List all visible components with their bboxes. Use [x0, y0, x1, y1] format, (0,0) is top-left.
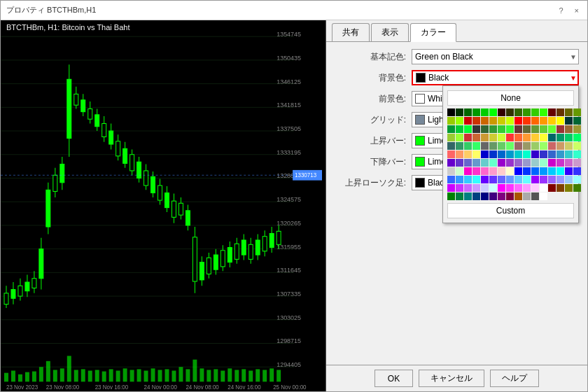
- color-cell[interactable]: [456, 192, 463, 200]
- color-cell[interactable]: [472, 150, 480, 158]
- color-cell[interactable]: [573, 176, 581, 183]
- color-cell[interactable]: [447, 192, 455, 200]
- color-cell[interactable]: [531, 167, 539, 175]
- color-cell[interactable]: [565, 167, 573, 175]
- color-cell[interactable]: [573, 142, 581, 150]
- color-cell[interactable]: [447, 167, 455, 175]
- color-cell[interactable]: [456, 117, 463, 125]
- cancel-button[interactable]: キャンセル: [419, 370, 484, 387]
- color-cell[interactable]: [489, 142, 497, 150]
- color-cell[interactable]: [523, 134, 531, 141]
- color-cell[interactable]: [531, 159, 539, 167]
- color-cell[interactable]: [540, 108, 547, 116]
- color-cell[interactable]: [472, 176, 480, 183]
- color-cell[interactable]: [498, 142, 505, 150]
- color-cell[interactable]: [556, 150, 564, 158]
- color-cell[interactable]: [447, 184, 455, 192]
- color-cell[interactable]: [540, 167, 547, 175]
- color-cell[interactable]: [498, 108, 505, 116]
- color-cell[interactable]: [540, 176, 547, 183]
- color-cell[interactable]: [464, 184, 472, 192]
- color-cell[interactable]: [573, 117, 581, 125]
- color-cell[interactable]: [565, 150, 573, 158]
- color-cell[interactable]: [472, 108, 480, 116]
- color-cell[interactable]: [573, 125, 581, 133]
- color-cell[interactable]: [447, 142, 455, 150]
- color-cell[interactable]: [531, 150, 539, 158]
- color-cell[interactable]: [514, 184, 522, 192]
- color-cell[interactable]: [540, 184, 547, 192]
- color-cell[interactable]: [531, 134, 539, 141]
- color-cell[interactable]: [489, 117, 497, 125]
- color-cell[interactable]: [573, 150, 581, 158]
- color-cell[interactable]: [514, 117, 522, 125]
- color-cell[interactable]: [514, 108, 522, 116]
- color-cell[interactable]: [481, 125, 489, 133]
- color-cell[interactable]: [548, 150, 556, 158]
- color-cell[interactable]: [573, 108, 581, 116]
- base-color-dropdown[interactable]: Green on Black: [412, 49, 579, 64]
- color-cell[interactable]: [498, 134, 505, 141]
- color-cell[interactable]: [472, 142, 480, 150]
- color-cell[interactable]: [506, 176, 514, 183]
- color-cell[interactable]: [489, 167, 497, 175]
- color-cell[interactable]: [548, 159, 556, 167]
- color-cell[interactable]: [531, 125, 539, 133]
- color-cell[interactable]: [506, 192, 514, 200]
- color-cell[interactable]: [531, 108, 539, 116]
- color-cell[interactable]: [540, 134, 547, 141]
- help-title-button[interactable]: ?: [556, 6, 566, 15]
- color-cell[interactable]: [464, 167, 472, 175]
- color-cell[interactable]: [573, 159, 581, 167]
- color-cell[interactable]: [506, 117, 514, 125]
- help-button[interactable]: ヘルプ: [490, 370, 539, 387]
- color-cell[interactable]: [447, 176, 455, 183]
- tab-color[interactable]: カラー: [410, 23, 456, 42]
- color-cell[interactable]: [514, 192, 522, 200]
- color-cell[interactable]: [531, 142, 539, 150]
- color-cell[interactable]: [540, 125, 547, 133]
- color-cell[interactable]: [464, 176, 472, 183]
- close-title-button[interactable]: ×: [572, 6, 582, 15]
- tab-share[interactable]: 共有: [332, 23, 370, 41]
- color-cell[interactable]: [531, 192, 539, 200]
- color-cell[interactable]: [481, 192, 489, 200]
- color-cell[interactable]: [489, 108, 497, 116]
- color-cell[interactable]: [556, 108, 564, 116]
- color-cell[interactable]: [523, 142, 531, 150]
- color-cell[interactable]: [456, 108, 463, 116]
- color-cell[interactable]: [498, 150, 505, 158]
- color-cell[interactable]: [540, 192, 547, 200]
- bg-color-dropdown[interactable]: Black: [412, 70, 579, 85]
- color-cell[interactable]: [472, 134, 480, 141]
- color-cell[interactable]: [464, 108, 472, 116]
- color-cell[interactable]: [489, 134, 497, 141]
- color-cell[interactable]: [523, 117, 531, 125]
- color-cell[interactable]: [548, 134, 556, 141]
- color-cell[interactable]: [489, 184, 497, 192]
- color-cell[interactable]: [556, 134, 564, 141]
- color-cell[interactable]: [523, 176, 531, 183]
- color-cell[interactable]: [540, 142, 547, 150]
- color-cell[interactable]: [498, 159, 505, 167]
- color-cell[interactable]: [523, 167, 531, 175]
- color-cell[interactable]: [514, 159, 522, 167]
- color-cell[interactable]: [472, 192, 480, 200]
- color-cell[interactable]: [514, 134, 522, 141]
- color-cell[interactable]: [556, 125, 564, 133]
- color-cell[interactable]: [464, 142, 472, 150]
- color-cell[interactable]: [506, 150, 514, 158]
- color-cell[interactable]: [489, 125, 497, 133]
- color-cell[interactable]: [456, 176, 463, 183]
- color-cell[interactable]: [489, 176, 497, 183]
- color-cell[interactable]: [548, 184, 556, 192]
- color-cell[interactable]: [548, 108, 556, 116]
- color-cell[interactable]: [506, 142, 514, 150]
- color-custom-option[interactable]: Custom: [447, 203, 574, 218]
- color-cell[interactable]: [456, 142, 463, 150]
- color-cell[interactable]: [464, 117, 472, 125]
- color-cell[interactable]: [514, 167, 522, 175]
- color-cell[interactable]: [523, 108, 531, 116]
- color-cell[interactable]: [481, 150, 489, 158]
- color-cell[interactable]: [506, 167, 514, 175]
